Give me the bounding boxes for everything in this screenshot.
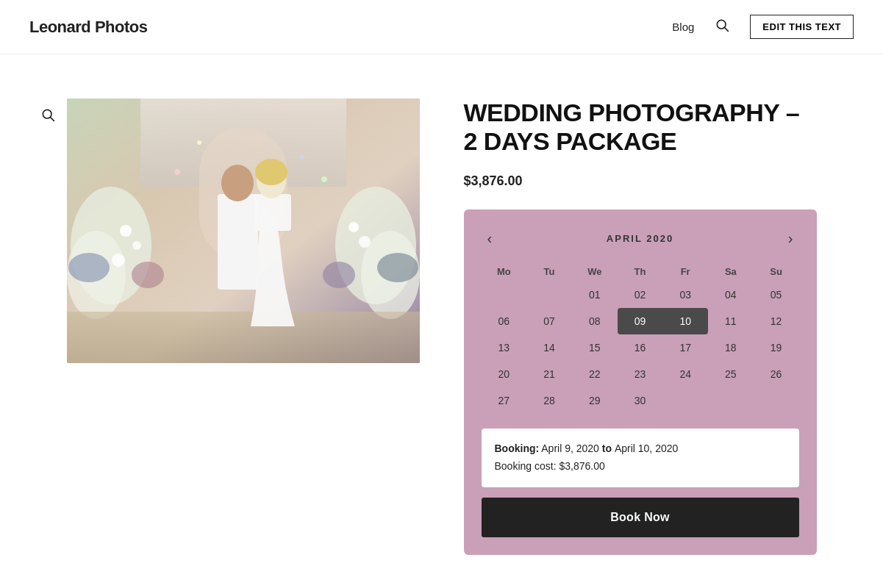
calendar-empty-day: [526, 282, 572, 308]
svg-point-29: [323, 262, 355, 288]
product-image-section: [67, 98, 420, 363]
calendar-table: MoTuWeThFrSaSu 0102030405060708091011121…: [482, 262, 799, 414]
calendar-next-button[interactable]: ›: [782, 230, 799, 247]
calendar-week-row: 13141516171819: [482, 334, 799, 361]
svg-point-25: [321, 176, 327, 182]
calendar-day[interactable]: 08: [572, 308, 618, 334]
svg-point-21: [255, 159, 287, 185]
calendar-weekdays: MoTuWeThFrSaSu: [482, 262, 799, 282]
calendar-day[interactable]: 21: [526, 361, 572, 387]
product-info: WEDDING PHOTOGRAPHY – 2 DAYS PACKAGE $3,…: [464, 98, 817, 555]
calendar-header: ‹ APRIL 2020 ›: [482, 230, 799, 247]
calendar-week-row: 27282930: [482, 387, 799, 414]
main-content: WEDDING PHOTOGRAPHY – 2 DAYS PACKAGE $3,…: [37, 98, 846, 555]
calendar-day[interactable]: 04: [708, 282, 754, 308]
calendar-day[interactable]: 24: [662, 361, 708, 387]
calendar-weekday-header: Sa: [708, 262, 754, 282]
book-now-button[interactable]: Book Now: [482, 498, 799, 537]
calendar-day[interactable]: 10: [662, 308, 708, 334]
zoom-icon[interactable]: [40, 107, 55, 126]
calendar-day[interactable]: 05: [754, 282, 799, 308]
calendar-day[interactable]: 13: [482, 334, 527, 361]
calendar-weekday-header: Su: [754, 262, 799, 282]
calendar-weekday-header: Th: [618, 262, 663, 282]
svg-line-3: [50, 118, 54, 121]
booking-to: to: [602, 442, 615, 454]
svg-rect-16: [67, 312, 420, 363]
svg-point-12: [132, 241, 141, 250]
calendar-day[interactable]: 03: [662, 282, 708, 308]
svg-point-18: [221, 165, 254, 201]
blog-link[interactable]: Blog: [672, 21, 694, 33]
edit-text-button[interactable]: EDIT THIS TEXT: [750, 15, 854, 39]
calendar-weekday-header: Mo: [482, 262, 527, 282]
calendar-day[interactable]: 29: [572, 387, 618, 414]
calendar-widget: ‹ APRIL 2020 › MoTuWeThFrSaSu 0102030405…: [464, 209, 817, 555]
booking-label: Booking:: [495, 442, 540, 454]
calendar-day[interactable]: 18: [708, 334, 754, 361]
calendar-day[interactable]: 12: [754, 308, 799, 334]
booking-dates: Booking: April 9, 2020 to April 10, 2020: [495, 440, 786, 458]
calendar-weekday-header: We: [572, 262, 618, 282]
product-title: WEDDING PHOTOGRAPHY – 2 DAYS PACKAGE: [464, 98, 817, 156]
product-price: $3,876.00: [464, 173, 817, 189]
svg-point-28: [377, 253, 418, 282]
calendar-week-row: 0102030405: [482, 282, 799, 308]
svg-point-23: [300, 155, 304, 159]
calendar-day[interactable]: 11: [708, 308, 754, 334]
calendar-day[interactable]: 25: [708, 361, 754, 387]
header: Leonard Photos Blog EDIT THIS TEXT: [0, 0, 883, 54]
calendar-week-row: 20212223242526: [482, 361, 799, 387]
calendar-empty-day: [754, 387, 799, 414]
calendar-day[interactable]: 28: [526, 387, 572, 414]
calendar-empty-day: [708, 387, 754, 414]
calendar-empty-day: [482, 282, 527, 308]
calendar-week-row: 06070809101112: [482, 308, 799, 334]
svg-point-26: [68, 253, 110, 282]
svg-point-24: [197, 140, 201, 145]
calendar-day[interactable]: 20: [482, 361, 527, 387]
svg-line-1: [725, 28, 729, 32]
calendar-day[interactable]: 30: [618, 387, 663, 414]
calendar-prev-button[interactable]: ‹: [482, 230, 498, 247]
calendar-weekday-header: Fr: [662, 262, 708, 282]
calendar-day[interactable]: 09: [618, 308, 663, 334]
svg-point-22: [174, 169, 180, 175]
calendar-day[interactable]: 16: [618, 334, 663, 361]
calendar-body: 0102030405060708091011121314151617181920…: [482, 282, 799, 414]
calendar-weekday-header: Tu: [526, 262, 572, 282]
calendar-day[interactable]: 14: [526, 334, 572, 361]
booking-end-date: April 10, 2020: [615, 442, 678, 454]
calendar-day[interactable]: 17: [662, 334, 708, 361]
calendar-day[interactable]: 22: [572, 361, 618, 387]
calendar-day[interactable]: 02: [618, 282, 663, 308]
calendar-day[interactable]: 26: [754, 361, 799, 387]
calendar-day[interactable]: 06: [482, 308, 527, 334]
svg-rect-17: [218, 194, 258, 290]
logo: Leonard Photos: [29, 18, 147, 37]
svg-point-13: [112, 254, 125, 267]
svg-point-11: [120, 225, 132, 237]
nav: Blog EDIT THIS TEXT: [672, 15, 854, 39]
calendar-day[interactable]: 01: [572, 282, 618, 308]
svg-rect-19: [254, 194, 291, 231]
calendar-day[interactable]: 15: [572, 334, 618, 361]
calendar-month-label: APRIL 2020: [607, 233, 673, 244]
booking-cost: Booking cost: $3,876.00: [495, 458, 786, 476]
booking-start-date: April 9, 2020: [541, 442, 599, 454]
product-image: [67, 98, 420, 363]
booking-info: Booking: April 9, 2020 to April 10, 2020…: [482, 429, 799, 487]
svg-point-14: [348, 222, 359, 232]
calendar-day[interactable]: 19: [754, 334, 799, 361]
svg-point-15: [359, 236, 371, 248]
calendar-empty-day: [662, 387, 708, 414]
calendar-day[interactable]: 27: [482, 387, 527, 414]
calendar-day[interactable]: 23: [618, 361, 663, 387]
svg-point-27: [132, 262, 164, 288]
search-icon[interactable]: [715, 18, 729, 36]
calendar-day[interactable]: 07: [526, 308, 572, 334]
